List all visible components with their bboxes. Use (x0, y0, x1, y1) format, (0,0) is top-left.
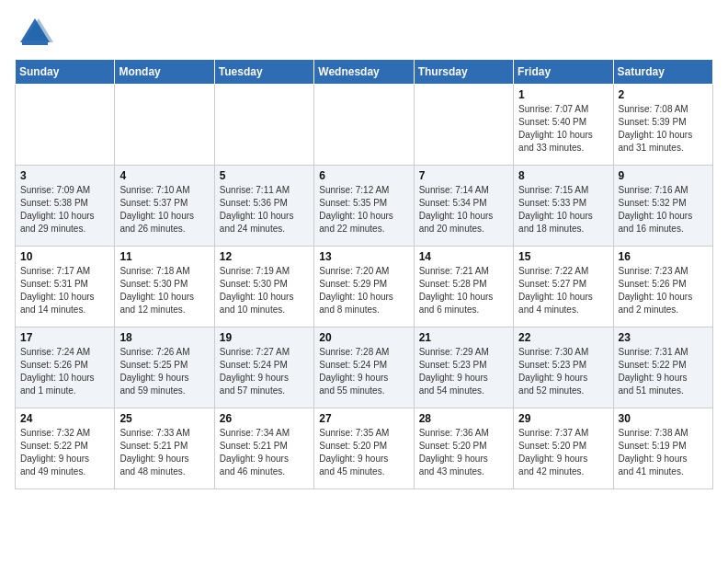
calendar-cell: 29Sunrise: 7:37 AM Sunset: 5:20 PM Dayli… (514, 408, 613, 489)
weekday-header-sunday: Sunday (16, 60, 115, 85)
day-number: 20 (319, 331, 408, 344)
day-number: 26 (220, 412, 309, 425)
day-info: Sunrise: 7:30 AM Sunset: 5:23 PM Dayligh… (518, 346, 608, 397)
calendar-cell: 16Sunrise: 7:23 AM Sunset: 5:26 PM Dayli… (613, 247, 712, 327)
calendar-cell: 27Sunrise: 7:35 AM Sunset: 5:20 PM Dayli… (314, 408, 414, 489)
calendar-cell: 26Sunrise: 7:34 AM Sunset: 5:21 PM Dayli… (214, 408, 313, 489)
day-info: Sunrise: 7:26 AM Sunset: 5:25 PM Dayligh… (119, 346, 209, 397)
day-info: Sunrise: 7:19 AM Sunset: 5:30 PM Dayligh… (220, 265, 309, 316)
day-info: Sunrise: 7:35 AM Sunset: 5:20 PM Dayligh… (319, 427, 408, 478)
day-number: 9 (619, 169, 708, 182)
calendar-cell: 24Sunrise: 7:32 AM Sunset: 5:22 PM Dayli… (16, 408, 115, 489)
day-info: Sunrise: 7:24 AM Sunset: 5:26 PM Dayligh… (20, 346, 109, 397)
day-info: Sunrise: 7:10 AM Sunset: 5:37 PM Dayligh… (119, 184, 209, 236)
calendar-cell: 13Sunrise: 7:20 AM Sunset: 5:29 PM Dayli… (314, 247, 414, 327)
day-info: Sunrise: 7:28 AM Sunset: 5:24 PM Dayligh… (319, 346, 408, 397)
day-info: Sunrise: 7:16 AM Sunset: 5:32 PM Dayligh… (619, 184, 708, 236)
calendar-cell: 17Sunrise: 7:24 AM Sunset: 5:26 PM Dayli… (16, 327, 115, 408)
day-number: 27 (319, 412, 408, 425)
day-info: Sunrise: 7:32 AM Sunset: 5:22 PM Dayligh… (20, 427, 109, 478)
calendar-header: SundayMondayTuesdayWednesdayThursdayFrid… (16, 60, 713, 85)
calendar-cell: 7Sunrise: 7:14 AM Sunset: 5:34 PM Daylig… (414, 166, 513, 247)
calendar-cell (314, 85, 414, 166)
calendar-cell: 25Sunrise: 7:33 AM Sunset: 5:21 PM Dayli… (115, 408, 214, 489)
day-info: Sunrise: 7:34 AM Sunset: 5:21 PM Dayligh… (220, 427, 309, 478)
calendar-cell: 4Sunrise: 7:10 AM Sunset: 5:37 PM Daylig… (115, 166, 214, 247)
day-info: Sunrise: 7:18 AM Sunset: 5:30 PM Dayligh… (119, 265, 209, 316)
calendar-week-2: 3Sunrise: 7:09 AM Sunset: 5:38 PM Daylig… (16, 166, 713, 247)
day-number: 13 (319, 250, 408, 263)
day-info: Sunrise: 7:12 AM Sunset: 5:35 PM Dayligh… (319, 184, 408, 236)
day-number: 11 (119, 250, 209, 263)
page-wrapper: SundayMondayTuesdayWednesdayThursdayFrid… (0, 0, 728, 499)
day-number: 8 (518, 169, 608, 182)
day-number: 17 (20, 331, 109, 344)
day-number: 29 (518, 412, 608, 425)
day-info: Sunrise: 7:38 AM Sunset: 5:19 PM Dayligh… (619, 427, 708, 478)
calendar-cell: 11Sunrise: 7:18 AM Sunset: 5:30 PM Dayli… (115, 247, 214, 327)
day-number: 24 (20, 412, 109, 425)
calendar-cell (115, 85, 214, 166)
day-number: 16 (619, 250, 708, 263)
day-info: Sunrise: 7:17 AM Sunset: 5:31 PM Dayligh… (20, 265, 109, 316)
calendar-cell (214, 85, 313, 166)
weekday-header-friday: Friday (514, 60, 613, 85)
day-info: Sunrise: 7:33 AM Sunset: 5:21 PM Dayligh… (119, 427, 209, 478)
calendar-body: 1Sunrise: 7:07 AM Sunset: 5:40 PM Daylig… (16, 85, 713, 489)
day-number: 25 (119, 412, 209, 425)
logo (15, 15, 57, 50)
calendar-table: SundayMondayTuesdayWednesdayThursdayFrid… (15, 59, 713, 489)
day-number: 4 (119, 169, 209, 182)
day-number: 2 (619, 88, 708, 101)
day-info: Sunrise: 7:09 AM Sunset: 5:38 PM Dayligh… (20, 184, 109, 236)
calendar-cell (16, 85, 115, 166)
weekday-header-monday: Monday (115, 60, 214, 85)
day-info: Sunrise: 7:29 AM Sunset: 5:23 PM Dayligh… (419, 346, 508, 397)
calendar-cell: 10Sunrise: 7:17 AM Sunset: 5:31 PM Dayli… (16, 247, 115, 327)
day-info: Sunrise: 7:07 AM Sunset: 5:40 PM Dayligh… (518, 103, 608, 155)
day-info: Sunrise: 7:36 AM Sunset: 5:20 PM Dayligh… (419, 427, 508, 478)
calendar-cell: 6Sunrise: 7:12 AM Sunset: 5:35 PM Daylig… (314, 166, 414, 247)
calendar-cell: 5Sunrise: 7:11 AM Sunset: 5:36 PM Daylig… (214, 166, 313, 247)
calendar-week-3: 10Sunrise: 7:17 AM Sunset: 5:31 PM Dayli… (16, 247, 713, 327)
weekday-header-tuesday: Tuesday (214, 60, 313, 85)
day-number: 6 (319, 169, 408, 182)
calendar-cell: 22Sunrise: 7:30 AM Sunset: 5:23 PM Dayli… (514, 327, 613, 408)
calendar-cell: 2Sunrise: 7:08 AM Sunset: 5:39 PM Daylig… (613, 85, 712, 166)
calendar-cell: 23Sunrise: 7:31 AM Sunset: 5:22 PM Dayli… (613, 327, 712, 408)
day-number: 18 (119, 331, 209, 344)
calendar-cell: 30Sunrise: 7:38 AM Sunset: 5:19 PM Dayli… (613, 408, 712, 489)
day-number: 5 (220, 169, 309, 182)
calendar-cell: 19Sunrise: 7:27 AM Sunset: 5:24 PM Dayli… (214, 327, 313, 408)
calendar-cell (414, 85, 513, 166)
day-info: Sunrise: 7:08 AM Sunset: 5:39 PM Dayligh… (619, 103, 708, 155)
day-number: 15 (518, 250, 608, 263)
day-number: 22 (518, 331, 608, 344)
weekday-header-thursday: Thursday (414, 60, 513, 85)
day-info: Sunrise: 7:15 AM Sunset: 5:33 PM Dayligh… (518, 184, 608, 236)
day-info: Sunrise: 7:20 AM Sunset: 5:29 PM Dayligh… (319, 265, 408, 316)
calendar-week-4: 17Sunrise: 7:24 AM Sunset: 5:26 PM Dayli… (16, 327, 713, 408)
svg-rect-2 (22, 40, 48, 45)
day-number: 14 (419, 250, 508, 263)
day-number: 12 (220, 250, 309, 263)
day-info: Sunrise: 7:23 AM Sunset: 5:26 PM Dayligh… (619, 265, 708, 316)
calendar-cell: 21Sunrise: 7:29 AM Sunset: 5:23 PM Dayli… (414, 327, 513, 408)
day-info: Sunrise: 7:21 AM Sunset: 5:28 PM Dayligh… (419, 265, 508, 316)
weekday-header-wednesday: Wednesday (314, 60, 414, 85)
weekday-header-row: SundayMondayTuesdayWednesdayThursdayFrid… (16, 60, 713, 85)
day-number: 3 (20, 169, 109, 182)
header (15, 15, 713, 50)
calendar-cell: 3Sunrise: 7:09 AM Sunset: 5:38 PM Daylig… (16, 166, 115, 247)
calendar-week-5: 24Sunrise: 7:32 AM Sunset: 5:22 PM Dayli… (16, 408, 713, 489)
generalblue-logo-icon (15, 15, 55, 50)
day-number: 30 (619, 412, 708, 425)
day-info: Sunrise: 7:27 AM Sunset: 5:24 PM Dayligh… (220, 346, 309, 397)
day-info: Sunrise: 7:37 AM Sunset: 5:20 PM Dayligh… (518, 427, 608, 478)
day-number: 10 (20, 250, 109, 263)
calendar-cell: 1Sunrise: 7:07 AM Sunset: 5:40 PM Daylig… (514, 85, 613, 166)
calendar-cell: 18Sunrise: 7:26 AM Sunset: 5:25 PM Dayli… (115, 327, 214, 408)
calendar-week-1: 1Sunrise: 7:07 AM Sunset: 5:40 PM Daylig… (16, 85, 713, 166)
calendar-cell: 15Sunrise: 7:22 AM Sunset: 5:27 PM Dayli… (514, 247, 613, 327)
day-number: 7 (419, 169, 508, 182)
